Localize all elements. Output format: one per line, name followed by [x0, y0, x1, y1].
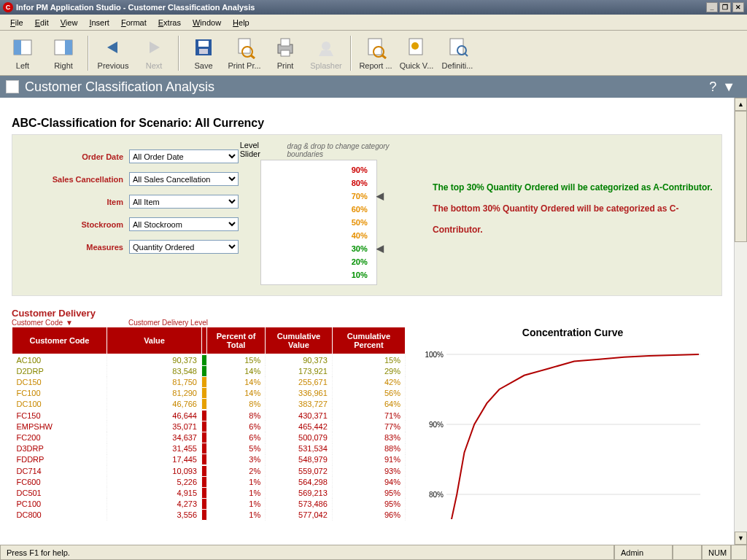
svg-rect-7	[239, 39, 250, 53]
table-row[interactable]: EMPSHW35,0716%465,44277%	[12, 421, 406, 432]
menu-view[interactable]: View	[55, 17, 84, 28]
table-row[interactable]: DC5014,9151%569,21395%	[12, 487, 406, 498]
toolbar-report[interactable]: Report ...	[356, 32, 395, 74]
table-row[interactable]: AC10090,37315%90,37315%	[12, 354, 406, 366]
menu-file[interactable]: File	[4, 17, 29, 28]
filter-select[interactable]: Quantity Ordered	[129, 240, 239, 254]
menu-window[interactable]: Window	[187, 17, 227, 28]
slider-tick[interactable]: 10%	[290, 268, 368, 281]
toolbar-right-pane[interactable]: Right	[44, 32, 83, 74]
col-header[interactable]: Cumulative Percent	[332, 327, 405, 354]
table-row[interactable]: FC20034,6376%500,07983%	[12, 432, 406, 443]
filter-label: Item	[20, 198, 129, 206]
definition-icon	[446, 36, 469, 59]
table-row[interactable]: D2DRP83,54814%173,92129%	[12, 365, 406, 376]
slider-tick[interactable]: 60%	[290, 203, 368, 216]
print-preview-icon	[233, 36, 256, 59]
toolbar-quick-view[interactable]: Quick V...	[397, 32, 436, 74]
table-row[interactable]: FC6005,2261%564,29894%	[12, 476, 406, 487]
slider-handle-icon[interactable]: ◀	[376, 242, 384, 255]
filter-label: Sales Cancellation	[20, 175, 129, 184]
sort-desc-icon: ▼	[66, 319, 73, 327]
filter-select[interactable]: All Item	[129, 195, 239, 209]
close-button[interactable]: ✕	[732, 2, 744, 12]
table-row[interactable]: FC10081,29014%336,96156%	[12, 388, 406, 399]
statusbar: Press F1 for help. Admin NUM	[0, 545, 747, 560]
menu-insert[interactable]: Insert	[83, 17, 115, 28]
slider-hint: drag & drop to change category boundarie…	[287, 142, 422, 158]
menu-edit[interactable]: Edit	[29, 17, 55, 28]
menu-extras[interactable]: Extras	[152, 17, 187, 28]
vertical-scrollbar[interactable]: ▲ ▼	[734, 98, 747, 545]
svg-rect-3	[65, 40, 72, 55]
col-header[interactable]: Percent of Total	[207, 327, 266, 354]
toolbar-print-preview[interactable]: Print Pr...	[225, 32, 264, 74]
printer-icon	[274, 36, 297, 59]
table-row[interactable]: FDDRP17,4453%548,97991%	[12, 454, 406, 465]
filter-label: Order Date	[20, 152, 129, 161]
slider-tick[interactable]: 20%	[290, 255, 368, 268]
toolbar-arrow-left[interactable]: Previous	[93, 32, 133, 74]
filter-select[interactable]: All Sales Cancellation	[129, 172, 239, 186]
delivery-level-label: Customer Delivery Level	[128, 319, 208, 327]
toolbar-definition[interactable]: Definiti...	[438, 32, 477, 74]
level-slider[interactable]: 90%80%70%◀60%50%40%30%◀20%10%	[260, 160, 377, 285]
sort-column-label[interactable]: Customer Code▼	[12, 319, 128, 327]
status-num: NUM	[702, 545, 731, 560]
slider-tick[interactable]: 40%	[290, 229, 368, 242]
col-header[interactable]: Customer Code	[12, 327, 107, 354]
svg-line-9	[251, 55, 255, 58]
col-header[interactable]: Value	[107, 327, 202, 354]
slider-tick[interactable]: 90%	[290, 163, 368, 176]
scroll-thumb[interactable]	[735, 111, 747, 242]
ytick-80: 80%	[429, 491, 444, 499]
status-help: Press F1 for help.	[0, 545, 614, 560]
menu-help[interactable]: Help	[227, 17, 255, 28]
info-bottom: The bottom 30% Quantity Ordered will be …	[433, 198, 714, 241]
svg-rect-1	[14, 40, 21, 55]
minimize-button[interactable]: _	[706, 2, 718, 12]
svg-point-18	[411, 42, 419, 50]
chart-title: Concentration Curve	[423, 327, 722, 338]
slider-handle-icon[interactable]: ◀	[376, 190, 384, 203]
slider-tick[interactable]: 70%◀	[290, 190, 368, 203]
quick-view-icon	[405, 36, 428, 59]
menu-format[interactable]: Format	[115, 17, 152, 28]
toolbar-left-pane[interactable]: Left	[3, 32, 42, 74]
document-icon	[6, 80, 19, 93]
ytick-100: 100%	[425, 351, 444, 359]
toolbar: LeftRightPreviousNextSavePrint Pr...Prin…	[0, 31, 747, 76]
resize-grip[interactable]	[731, 545, 747, 560]
filter-select[interactable]: All Stockroom	[129, 217, 239, 231]
filter-item: ItemAll Item	[20, 195, 249, 209]
left-pane-icon	[11, 36, 34, 59]
app-icon: C	[3, 2, 13, 12]
toolbar-printer[interactable]: Print	[266, 32, 305, 74]
table-row[interactable]: D3DRP31,4555%531,53488%	[12, 443, 406, 454]
col-header[interactable]: Cumulative Value	[266, 327, 333, 354]
report-header: Customer Classification Analysis ? ▼	[0, 76, 747, 98]
table-row[interactable]: DC10046,7668%383,72764%	[12, 399, 406, 410]
scroll-down-button[interactable]: ▼	[735, 532, 747, 545]
info-top: The top 30% Quantity Ordered will be cat…	[433, 177, 714, 198]
right-pane-icon	[52, 36, 75, 59]
slider-tick[interactable]: 50%	[290, 216, 368, 229]
table-row[interactable]: DC15081,75014%255,67142%	[12, 376, 406, 387]
filter-select[interactable]: All Order Date	[129, 149, 239, 163]
dropdown-icon[interactable]: ▼	[722, 79, 735, 95]
scroll-up-button[interactable]: ▲	[735, 98, 747, 111]
slider-tick[interactable]: 80%	[290, 176, 368, 190]
toolbar-floppy[interactable]: Save	[184, 32, 223, 74]
classification-info: The top 30% Quantity Ordered will be cat…	[433, 141, 714, 285]
window-title: Infor PM Application Studio - Customer C…	[16, 3, 255, 12]
toolbar-splasher: Splasher	[306, 32, 346, 74]
splasher-icon	[314, 36, 338, 59]
table-row[interactable]: PC1004,2731%573,48695%	[12, 498, 406, 509]
table-row[interactable]: DC71410,0932%559,07293%	[12, 465, 406, 476]
table-row[interactable]: FC15046,6448%430,37171%	[12, 410, 406, 421]
delivery-title: Customer Delivery	[12, 308, 722, 319]
restore-button[interactable]: ❐	[719, 2, 731, 12]
slider-tick[interactable]: 30%◀	[290, 242, 368, 255]
table-row[interactable]: DC8003,5561%577,04296%	[12, 510, 406, 521]
help-icon[interactable]: ?	[709, 79, 716, 95]
